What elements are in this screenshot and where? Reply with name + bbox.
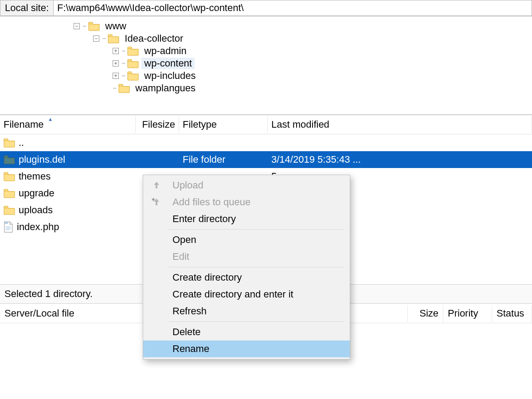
xfer-col-status[interactable]: Status (492, 305, 532, 322)
folder-icon (4, 138, 15, 148)
menu-refresh[interactable]: Refresh (143, 303, 350, 320)
folder-icon (127, 59, 139, 68)
column-last-modified[interactable]: Last modified (268, 116, 532, 133)
tree-item[interactable]: −···www (4, 20, 532, 32)
folder-icon (127, 71, 139, 81)
file-modified: 3/14/2019 5:35:43 ... (268, 154, 532, 165)
menu-rename[interactable]: Rename (143, 340, 350, 357)
tree-item[interactable]: −···Idea-collector (4, 32, 532, 45)
address-label: Local site: (0, 0, 53, 16)
sort-asc-icon: ▴ (49, 115, 52, 122)
folder-icon (4, 172, 15, 181)
tree-item[interactable]: +···wp-admin (4, 45, 532, 57)
folder-icon (4, 188, 15, 198)
menu-label: Add files to queue (172, 196, 344, 208)
file-name: uploads (19, 204, 53, 216)
file-type: File folder (179, 154, 268, 165)
file-name: index.php (17, 221, 59, 233)
column-filesize[interactable]: Filesize (136, 116, 179, 133)
tree-connector: ··· (102, 35, 105, 43)
menu-label: Edit (172, 251, 344, 262)
column-filename[interactable]: ▴ Filename (0, 116, 136, 133)
tree-connector: ··· (82, 22, 86, 30)
tree-item-label: www (102, 20, 129, 32)
tree-connector: ··· (121, 47, 125, 55)
menu-label: Enter directory (172, 213, 344, 225)
folder-icon (127, 46, 139, 56)
folder-icon (118, 83, 130, 93)
tree-item-label: wamplangues (133, 82, 198, 94)
file-row[interactable]: plugins.delFile folder3/14/2019 5:35:43 … (0, 151, 532, 168)
expand-icon[interactable]: + (113, 48, 119, 54)
menu-label: Rename (172, 343, 344, 355)
menu-label: Create directory (172, 272, 344, 283)
folder-icon (108, 34, 119, 43)
menu-delete[interactable]: Delete (143, 324, 350, 340)
tree-item-label: wp-admin (141, 45, 189, 57)
file-row[interactable]: .. (0, 134, 532, 151)
menu-label: Upload (172, 180, 344, 191)
file-name: upgrade (19, 188, 55, 199)
xfer-col-size[interactable]: Size (408, 305, 443, 322)
file-name: .. (19, 137, 24, 149)
collapse-icon[interactable]: − (93, 35, 99, 42)
address-bar: Local site: (0, 0, 532, 16)
menu-upload: Upload (143, 177, 350, 194)
menu-separator (168, 267, 344, 267)
file-name: themes (19, 171, 51, 182)
tree-item-label: wp-includes (141, 70, 198, 82)
collapse-icon[interactable]: − (74, 23, 80, 29)
folder-icon (4, 205, 15, 215)
tree-connector: ··· (113, 84, 116, 92)
column-filetype[interactable]: Filetype (179, 116, 268, 133)
menu-add-files-to-queue: Add files to queue (143, 194, 350, 211)
upload-icon (151, 180, 162, 191)
tree-item[interactable]: +···wp-includes (4, 70, 532, 82)
menu-edit: Edit (143, 248, 350, 265)
menu-separator (168, 321, 344, 322)
menu-open[interactable]: Open (143, 231, 350, 248)
tree-connector: ··· (121, 59, 125, 67)
menu-separator (168, 229, 344, 230)
xfer-col-priority[interactable]: Priority (443, 305, 492, 322)
menu-create-directory-and-enter-it[interactable]: Create directory and enter it (143, 286, 350, 303)
context-menu[interactable]: UploadAdd files to queueEnter directoryO… (143, 175, 350, 360)
expand-icon[interactable]: + (113, 73, 119, 79)
tree-item[interactable]: +···wp-content (4, 57, 532, 70)
menu-label: Create directory and enter it (172, 289, 344, 300)
address-input[interactable] (53, 0, 532, 16)
tree-connector: ··· (121, 72, 125, 80)
menu-label: Delete (172, 326, 344, 338)
add-queue-icon (151, 197, 162, 207)
tree-item-label: Idea-collector (122, 33, 186, 44)
menu-label: Refresh (172, 305, 344, 317)
menu-enter-directory[interactable]: Enter directory (143, 211, 350, 227)
tree-item-label: wp-content (141, 58, 195, 69)
menu-create-directory[interactable]: Create directory (143, 269, 350, 286)
menu-label: Open (172, 234, 344, 246)
folder-icon (88, 21, 100, 31)
column-filename-label: Filename (4, 119, 43, 130)
folder-icon (4, 155, 15, 164)
file-name: plugins.del (19, 154, 65, 165)
folder-tree[interactable]: −···www−···Idea-collector+···wp-admin+··… (0, 16, 532, 115)
expand-icon[interactable]: + (113, 60, 119, 66)
file-list-header[interactable]: ▴ Filename Filesize Filetype Last modifi… (0, 115, 532, 134)
file-icon (4, 221, 13, 233)
tree-item[interactable]: ···wamplangues (4, 82, 532, 94)
